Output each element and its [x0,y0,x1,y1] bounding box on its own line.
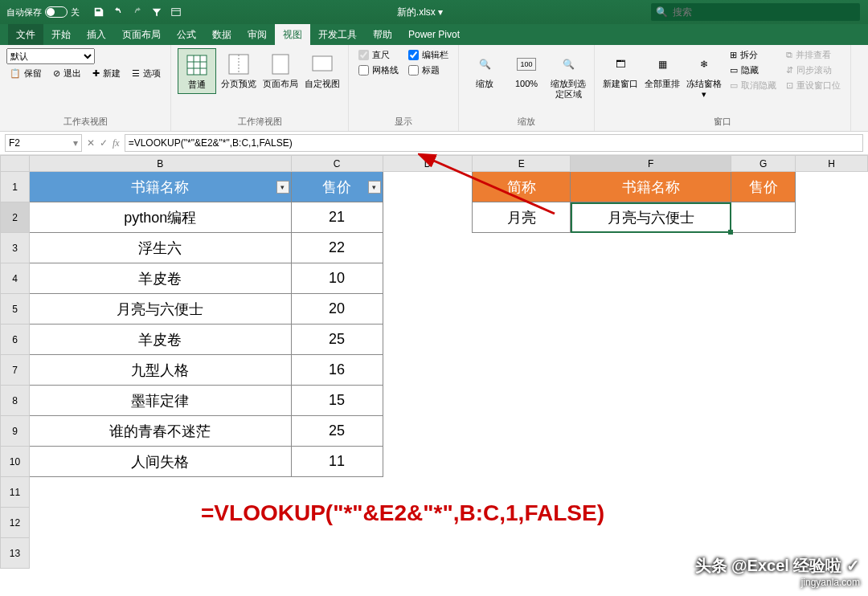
custom-view-button[interactable]: 自定视图 [303,48,342,92]
col-header[interactable]: H [796,156,868,172]
undo-icon[interactable] [112,6,125,18]
cell[interactable]: 售价 [731,172,796,202]
cell[interactable]: 简称 [473,172,571,202]
cell[interactable] [731,325,796,355]
row-header[interactable]: 9 [1,416,30,447]
cell[interactable] [473,294,571,325]
exit-button[interactable]: ⊘退出 [50,67,84,80]
cell[interactable] [473,386,571,416]
row-header[interactable]: 4 [1,263,30,294]
cell[interactable] [571,386,731,416]
cell[interactable] [473,447,571,477]
cell[interactable] [796,325,868,355]
worksheet[interactable]: BCDEFGH 1书籍名称▾售价▾简称书籍名称售价2python编程21月亮月亮… [0,155,868,569]
options-button[interactable]: ☰选项 [129,67,164,80]
split-button[interactable]: ⊞ 拆分 [727,48,780,62]
filter-dropdown-icon[interactable]: ▾ [276,181,289,194]
cell[interactable] [731,263,796,294]
arrange-button[interactable]: ▦全部重排 [643,48,682,92]
gridlines-checkbox[interactable]: 网格线 [355,63,402,77]
cell[interactable] [796,386,868,416]
tab-powerpivot[interactable]: Power Pivot [400,24,468,45]
cell[interactable]: 15 [291,386,383,416]
cell[interactable] [731,477,796,508]
cell[interactable] [731,386,796,416]
tab-data[interactable]: 数据 [204,24,240,45]
tab-dev[interactable]: 开发工具 [310,24,365,45]
filter-dropdown-icon[interactable]: ▾ [368,181,381,194]
keep-button[interactable]: 📋保留 [6,67,45,80]
pagelayout-button[interactable]: 页面布局 [261,48,300,92]
cell[interactable] [731,202,796,233]
tab-review[interactable]: 审阅 [240,24,275,45]
cell[interactable]: 月亮 [473,202,571,233]
redo-icon[interactable] [131,6,144,18]
cell[interactable] [473,233,571,263]
cell[interactable] [796,233,868,263]
formulabar-checkbox[interactable]: 编辑栏 [405,48,452,62]
name-box[interactable]: F2▾ [5,134,82,152]
cell[interactable] [796,508,868,538]
cell[interactable] [571,294,731,325]
cell[interactable] [796,294,868,325]
zoom-selection-button[interactable]: 🔍缩放到选定区域 [549,48,588,103]
cell[interactable]: 人间失格 [29,447,291,477]
tab-insert[interactable]: 插入 [79,24,114,45]
cell[interactable]: 书籍名称▾ [29,172,291,202]
cell[interactable] [571,447,731,477]
col-header[interactable]: C [291,156,383,172]
cell[interactable]: 售价▾ [291,172,383,202]
pagebreak-button[interactable]: 分页预览 [219,48,258,92]
cell[interactable] [571,325,731,355]
cell[interactable] [473,416,571,447]
cell[interactable] [473,325,571,355]
enter-icon[interactable]: ✓ [100,137,108,149]
ruler-checkbox[interactable]: 直尺 [355,48,402,62]
hide-button[interactable]: ▭ 隐藏 [727,63,780,77]
cell[interactable] [731,416,796,447]
cell[interactable] [383,263,473,294]
tab-home[interactable]: 开始 [43,24,79,45]
col-header[interactable]: F [571,156,731,172]
row-header[interactable]: 11 [1,477,30,508]
cell[interactable] [571,233,731,263]
cancel-icon[interactable]: ✕ [87,137,95,149]
cell[interactable]: 书籍名称 [571,172,731,202]
row-header[interactable]: 5 [1,294,30,325]
cell[interactable] [796,477,868,508]
sheet-view-dropdown[interactable]: 默认 [6,48,95,64]
cell[interactable] [383,538,473,569]
fx-icon[interactable]: fx [113,137,120,149]
freeze-button[interactable]: ❄冻结窗格 ▾ [685,48,723,103]
row-header[interactable]: 13 [1,538,30,569]
cell[interactable] [731,508,796,538]
cell[interactable] [383,386,473,416]
cell[interactable] [571,263,731,294]
cell[interactable] [731,294,796,325]
cell[interactable]: 21 [291,202,383,233]
cell[interactable] [383,294,473,325]
cell[interactable] [796,202,868,233]
cell[interactable]: python编程 [29,202,291,233]
row-header[interactable]: 2 [1,202,30,233]
cell[interactable]: 墨菲定律 [29,386,291,416]
cell[interactable]: 月亮与六便士 [571,202,731,233]
tab-view[interactable]: 视图 [275,24,310,45]
cell[interactable] [383,355,473,386]
cell[interactable]: 月亮与六便士 [29,294,291,325]
cell[interactable] [291,538,383,569]
cell[interactable]: 羊皮卷 [29,325,291,355]
cell[interactable] [796,355,868,386]
cell[interactable]: 20 [291,294,383,325]
cell[interactable] [796,172,868,202]
filter-icon[interactable] [150,6,163,18]
tab-help[interactable]: 帮助 [365,24,400,45]
cell[interactable] [731,233,796,263]
row-header[interactable]: 7 [1,355,30,386]
cell[interactable]: 11 [291,447,383,477]
tab-layout[interactable]: 页面布局 [114,24,169,45]
form-icon[interactable] [170,6,182,18]
cell[interactable] [383,233,473,263]
cell[interactable]: 25 [291,325,383,355]
col-header[interactable]: B [29,156,291,172]
